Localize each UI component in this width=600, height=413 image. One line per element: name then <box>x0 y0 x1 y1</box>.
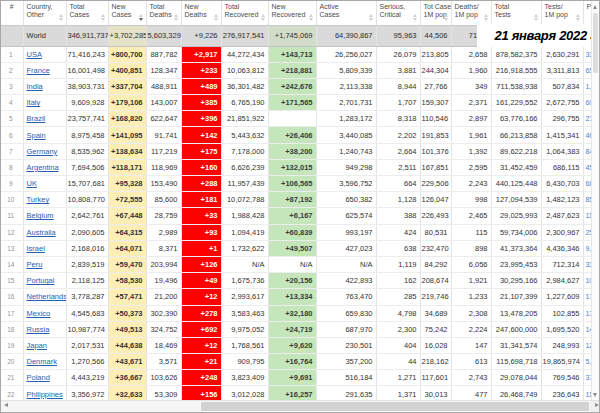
cell-tot_cases_1m: 84,292 <box>420 256 451 272</box>
column-header-total_recovered[interactable]: TotalRecovered <box>221 1 268 25</box>
cell-tot_cases_1m: 75,242 <box>420 321 451 337</box>
country-link[interactable]: Mexico <box>27 309 51 318</box>
sort-icon <box>59 14 64 21</box>
cell-deaths_1m: 1,233 <box>451 289 491 305</box>
column-header-total_cases[interactable]: TotalCases <box>66 1 108 25</box>
scroll-up-arrow-icon[interactable] <box>593 5 597 9</box>
country-link[interactable]: Israel <box>27 244 45 253</box>
horizontal-scroll-thumb[interactable] <box>201 402 589 411</box>
cell-new_deaths: +9,226 <box>181 25 221 46</box>
cell-rank: 15 <box>1 273 23 289</box>
cell-new_cases: +64,315 <box>108 224 146 240</box>
cell-tot_cases_1m: 27,766 <box>420 78 451 94</box>
vertical-scrollbar[interactable] <box>591 1 599 403</box>
country-row: 10Turkey10,808,770+72,55585,600+18110,07… <box>1 192 600 208</box>
cell-rank: 3 <box>1 78 23 94</box>
country-link[interactable]: Poland <box>27 373 50 382</box>
country-link[interactable]: UK <box>27 179 37 188</box>
country-link[interactable]: Argentina <box>27 163 59 172</box>
cell-new_deaths: +160 <box>181 159 221 175</box>
cell-active_cases: 2,113,338 <box>316 78 376 94</box>
cell-total_recovered: 6,626,239 <box>221 159 268 175</box>
country-link[interactable]: Portugal <box>27 276 55 285</box>
horizontal-scrollbar[interactable] <box>1 400 600 412</box>
scroll-left-arrow-icon[interactable] <box>4 403 8 407</box>
country-link[interactable]: Belgium <box>27 211 54 220</box>
cell-total_deaths: 8,371 <box>146 240 181 256</box>
country-link[interactable]: France <box>27 66 50 75</box>
cell-total_recovered: 7,178,000 <box>221 143 268 159</box>
cell-deaths_1m: 2,465 <box>451 208 491 224</box>
cell-total_recovered: 3,583,463 <box>221 305 268 321</box>
cell-new_deaths: +396 <box>181 111 221 127</box>
country-link[interactable]: Turkey <box>27 195 50 204</box>
cell-deaths_1m: 1,961 <box>451 127 491 143</box>
cell-total_recovered: 1,768,561 <box>221 337 268 353</box>
cell-total_cases: 3,778,287 <box>66 289 108 305</box>
cell-tests_1m: 102,855 <box>541 305 583 321</box>
cell-total_cases: 2,168,016 <box>66 240 108 256</box>
column-header-total_tests[interactable]: TotalTests <box>491 1 541 25</box>
country-link[interactable]: Russia <box>27 325 50 334</box>
vertical-scroll-thumb[interactable] <box>593 13 598 73</box>
cell-country: Denmark <box>23 354 66 370</box>
cell-tot_cases_1m: 159,307 <box>420 95 451 111</box>
cell-tot_cases_1m: 229,506 <box>420 176 451 192</box>
cell-total_deaths: 5,603,329 <box>146 25 181 46</box>
cell-rank: 1 <box>1 46 23 62</box>
country-link[interactable]: Netherlands <box>27 292 67 301</box>
cell-new_cases: +400,851 <box>108 62 146 78</box>
cell-total_deaths: 19,496 <box>146 273 181 289</box>
cell-serious_critical: 2,202 <box>376 127 420 143</box>
cell-total_tests: 440,125,448 <box>491 176 541 192</box>
cell-new_recovered: N/A <box>268 256 316 272</box>
column-header-total_deaths[interactable]: TotalDeaths <box>146 1 181 25</box>
country-link[interactable]: Denmark <box>27 357 57 366</box>
column-header-new_deaths[interactable]: NewDeaths <box>181 1 221 25</box>
cell-total_tests: 29,025,993 <box>491 208 541 224</box>
scroll-down-arrow-icon[interactable] <box>593 393 597 397</box>
cell-country: France <box>23 62 66 78</box>
cell-total_tests: 216,918,555 <box>491 62 541 78</box>
cell-serious_critical: 44 <box>376 354 420 370</box>
cell-country: World <box>23 25 66 46</box>
country-row: 20Denmark1,270,566+43,6713,571+21909,795… <box>1 354 600 370</box>
cell-serious_critical: 26,079 <box>376 46 420 62</box>
country-link[interactable]: Japan <box>27 341 47 350</box>
scroll-right-arrow-icon[interactable] <box>595 403 599 407</box>
country-link[interactable]: Peru <box>27 260 43 269</box>
column-header-deaths_1m[interactable]: Deaths/1M pop <box>451 1 491 25</box>
cell-serious_critical: 8,318 <box>376 111 420 127</box>
cell-total_recovered: 1,675,736 <box>221 273 268 289</box>
sort-icon <box>261 14 266 21</box>
column-header-new_recovered[interactable]: NewRecovered <box>268 1 316 25</box>
cell-serious_critical: 404 <box>376 337 420 353</box>
column-header-tot_cases_1m[interactable]: Tot Cases/1M pop <box>420 1 451 25</box>
cell-total_deaths: 18,469 <box>146 337 181 353</box>
country-link[interactable]: Spain <box>27 131 46 140</box>
country-link[interactable]: Italy <box>27 98 41 107</box>
column-header-serious_critical[interactable]: Serious,Critical <box>376 1 420 25</box>
cell-serious_critical: 2,511 <box>376 159 420 175</box>
country-row: 11Belgium2,642,761+67,44828,759+331,988,… <box>1 208 600 224</box>
column-header-country[interactable]: Country,Other <box>23 1 66 25</box>
cell-new_cases: +57,471 <box>108 289 146 305</box>
cell-new_deaths: +233 <box>181 62 221 78</box>
cell-new_deaths: +93 <box>181 224 221 240</box>
cell-serious_critical: 8,944 <box>376 78 420 94</box>
cell-deaths_1m: 1,960 <box>451 62 491 78</box>
column-header-tests_1m[interactable]: Tests/1M pop <box>541 1 583 25</box>
country-link[interactable]: Australia <box>27 228 56 237</box>
column-header-active_cases[interactable]: ActiveCases <box>316 1 376 25</box>
cell-new_recovered: +87,192 <box>268 192 316 208</box>
cell-country: Peru <box>23 256 66 272</box>
country-link[interactable]: Brazil <box>27 114 46 123</box>
cell-country: Australia <box>23 224 66 240</box>
cell-tests_1m: 6,430,703 <box>541 176 583 192</box>
column-header-new_cases[interactable]: NewCases <box>108 1 146 25</box>
country-link[interactable]: Germany <box>27 147 58 156</box>
country-link[interactable]: USA <box>27 50 42 59</box>
country-link[interactable]: Philippines <box>27 390 63 399</box>
country-link[interactable]: India <box>27 82 43 91</box>
cell-total_tests: 66,213,858 <box>491 127 541 143</box>
